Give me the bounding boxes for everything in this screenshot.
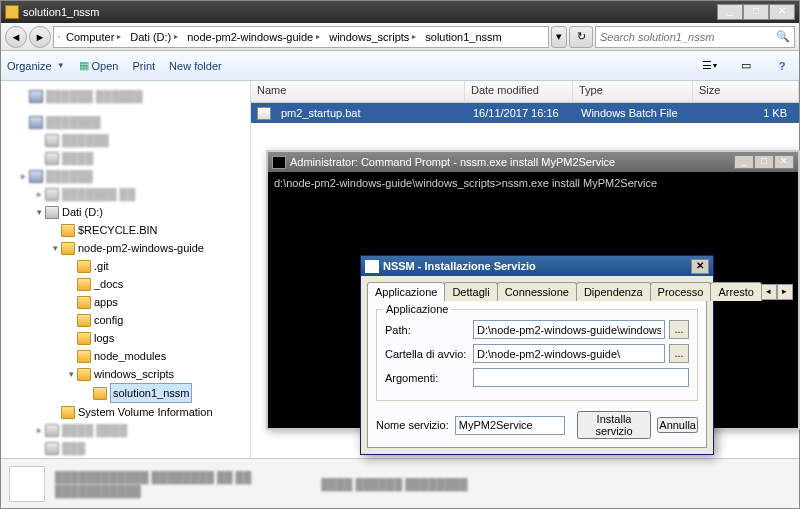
nssm-close-button[interactable]: ✕ [691, 259, 709, 274]
tree-item-config[interactable]: config [3, 311, 248, 329]
breadcrumb[interactable]: Computer▸ Dati (D:)▸ node-pm2-windows-gu… [53, 26, 549, 48]
crumb-computer[interactable]: Computer▸ [62, 31, 126, 43]
file-name: pm2_startup.bat [275, 107, 467, 119]
file-type: Windows Batch File [575, 107, 695, 119]
tab-arresto[interactable]: Arresto [710, 282, 761, 301]
batch-file-icon [257, 107, 271, 120]
cmd-minimize[interactable]: _ [734, 155, 754, 169]
tree-item[interactable]: ██████ ██████ [3, 87, 248, 105]
navigation-pane[interactable]: ██████ ██████ ███████ ██████ ████ ▸█████… [1, 81, 251, 458]
path-input[interactable] [473, 320, 665, 339]
preview-pane-button[interactable]: ▭ [735, 56, 757, 76]
maximize-button[interactable]: □ [743, 4, 769, 20]
file-thumbnail [9, 466, 45, 502]
file-row[interactable]: pm2_startup.bat 16/11/2017 16:16 Windows… [251, 103, 799, 123]
details-pane: ████████████ ████████ ██ █████████████ █… [1, 458, 799, 508]
col-name[interactable]: Name [251, 81, 465, 102]
tree-item-nm[interactable]: node_modules [3, 347, 248, 365]
tree-item-dati[interactable]: ▾Dati (D:) [3, 203, 248, 221]
tree-item-sol1[interactable]: solution1_nssm [3, 383, 248, 403]
applicazione-group: Applicazione Path: ... Cartella di avvio… [376, 309, 698, 401]
window-title: solution1_nssm [23, 6, 717, 18]
tree-item-docs[interactable]: _docs [3, 275, 248, 293]
column-headers[interactable]: Name Date modified Type Size [251, 81, 799, 103]
print-button[interactable]: Print [132, 60, 155, 72]
col-type[interactable]: Type [573, 81, 693, 102]
col-date[interactable]: Date modified [465, 81, 573, 102]
tab-applicazione[interactable]: Applicazione [367, 282, 445, 301]
tree-item[interactable]: ███ [3, 439, 248, 457]
help-button[interactable]: ? [771, 56, 793, 76]
cmd-close[interactable]: ✕ [774, 155, 794, 169]
nssm-titlebar: NSSM - Installazione Servizio ✕ [361, 256, 713, 276]
cmd-titlebar: Administrator: Command Prompt - nssm.exe… [268, 152, 798, 172]
path-label: Path: [385, 324, 469, 336]
crumb-ws[interactable]: windows_scripts▸ [325, 31, 421, 43]
crumb-npwg[interactable]: node-pm2-windows-guide▸ [183, 31, 325, 43]
nssm-dialog: NSSM - Installazione Servizio ✕ Applicaz… [360, 255, 714, 455]
tree-item[interactable]: ███████ [3, 113, 248, 131]
tab-scroll-left[interactable]: ◂ [761, 284, 777, 300]
tab-panel: Applicazione Path: ... Cartella di avvio… [367, 300, 707, 448]
path-browse-button[interactable]: ... [669, 320, 689, 339]
view-button[interactable]: ☰▼ [699, 56, 721, 76]
service-name-label: Nome servizio: [376, 419, 449, 431]
tab-strip: Applicazione Dettagli Connessione Dipend… [367, 282, 707, 301]
tree-item-svi[interactable]: System Volume Information [3, 403, 248, 421]
file-details-2: ████ ██████ ████████ [321, 477, 467, 491]
tree-item-git[interactable]: .git [3, 257, 248, 275]
tab-processo[interactable]: Processo [650, 282, 712, 301]
cmd-icon [272, 156, 286, 169]
tree-item[interactable]: ████ [3, 149, 248, 167]
search-icon: 🔍 [776, 30, 790, 43]
nssm-title: NSSM - Installazione Servizio [383, 260, 536, 272]
startdir-browse-button[interactable]: ... [669, 344, 689, 363]
refresh-button[interactable]: ↻ [569, 26, 593, 48]
address-bar: ◄ ► Computer▸ Dati (D:)▸ node-pm2-window… [1, 23, 799, 51]
col-size[interactable]: Size [693, 81, 799, 102]
startdir-input[interactable] [473, 344, 665, 363]
args-label: Argomenti: [385, 372, 469, 384]
cancel-button[interactable]: Annulla [657, 417, 698, 433]
back-button[interactable]: ◄ [5, 26, 27, 48]
tree-item-npwg[interactable]: ▾node-pm2-windows-guide [3, 239, 248, 257]
folder-icon [5, 5, 19, 19]
service-name-input[interactable] [455, 416, 565, 435]
terminal-output[interactable]: d:\node-pm2-windows-guide\windows_script… [268, 172, 798, 208]
history-dropdown[interactable]: ▾ [551, 26, 567, 48]
args-input[interactable] [473, 368, 689, 387]
tab-dettagli[interactable]: Dettagli [444, 282, 497, 301]
open-button[interactable]: ▦Open [79, 59, 119, 72]
group-label: Applicazione [383, 303, 451, 315]
organize-button[interactable]: Organize▼ [7, 60, 65, 72]
file-date: 16/11/2017 16:16 [467, 107, 575, 119]
tree-item-logs[interactable]: logs [3, 329, 248, 347]
forward-button[interactable]: ► [29, 26, 51, 48]
tree-item-ws[interactable]: ▾windows_scripts [3, 365, 248, 383]
tree-item-recycle[interactable]: $RECYCLE.BIN [3, 221, 248, 239]
file-size: 1 KB [695, 107, 799, 119]
tree-item-apps[interactable]: apps [3, 293, 248, 311]
tab-dipendenza[interactable]: Dipendenza [576, 282, 651, 301]
search-input[interactable] [600, 31, 776, 43]
folder-icon [58, 36, 60, 38]
tree-item[interactable]: ▸██████ [3, 167, 248, 185]
crumb-drive[interactable]: Dati (D:)▸ [126, 31, 183, 43]
cmd-title: Administrator: Command Prompt - nssm.exe… [290, 156, 615, 168]
close-button[interactable]: ✕ [769, 4, 795, 20]
tree-item[interactable]: ▸████ ████ [3, 421, 248, 439]
explorer-toolbar: Organize▼ ▦Open Print New folder ☰▼ ▭ ? [1, 51, 799, 81]
tab-connessione[interactable]: Connessione [497, 282, 577, 301]
search-box[interactable]: 🔍 [595, 26, 795, 48]
explorer-titlebar: solution1_nssm _ □ ✕ [1, 1, 799, 23]
tree-item[interactable]: ▸███████ ██ [3, 185, 248, 203]
minimize-button[interactable]: _ [717, 4, 743, 20]
newfolder-button[interactable]: New folder [169, 60, 222, 72]
nssm-icon [365, 260, 379, 273]
crumb-sol1[interactable]: solution1_nssm [421, 31, 506, 43]
startdir-label: Cartella di avvio: [385, 348, 469, 360]
install-service-button[interactable]: Installa servizio [577, 411, 652, 439]
cmd-maximize[interactable]: □ [754, 155, 774, 169]
tab-scroll-right[interactable]: ▸ [777, 284, 793, 300]
tree-item[interactable]: ██████ [3, 131, 248, 149]
